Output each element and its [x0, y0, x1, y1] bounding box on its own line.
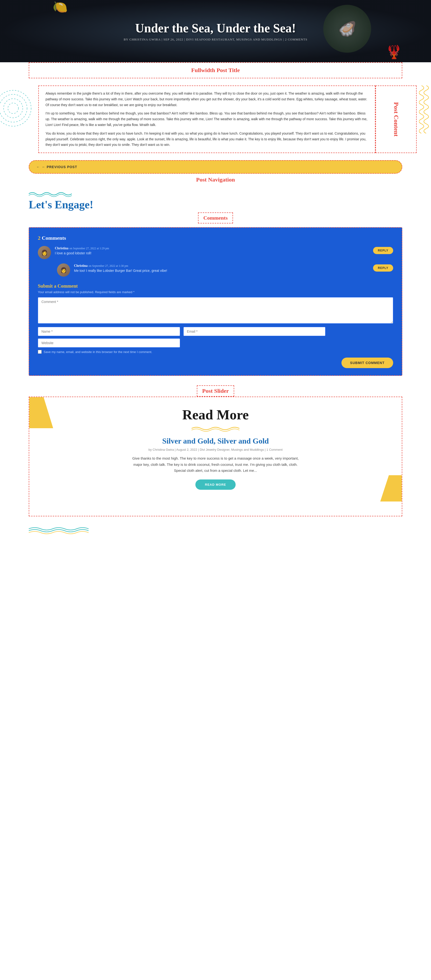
read-more-heading: Read More: [44, 407, 387, 423]
email-input[interactable]: [183, 327, 326, 336]
name-input[interactable]: [38, 327, 180, 336]
comment-textarea[interactable]: [38, 297, 393, 323]
save-info-checkbox[interactable]: [38, 350, 42, 354]
comment-body: Christina on September 27, 2022 at 1:30 …: [74, 263, 369, 272]
submit-note: Your email address will not be published…: [38, 290, 393, 294]
post-paragraph-3: You do know, you do know that they don't…: [46, 131, 368, 148]
submit-comment-section: Submit a Comment Your email address will…: [38, 283, 393, 368]
name-field-group: [38, 327, 180, 336]
post-content-label: Post Content: [375, 86, 417, 153]
wavy-decoration-teal: [29, 190, 402, 198]
svg-point-2: [3, 99, 23, 118]
avatar: 👩: [38, 246, 51, 259]
comment-body: Christina on September 27, 2022 at 1:29 …: [55, 246, 369, 255]
post-navigation-label: Post Navigation: [29, 177, 402, 183]
slider-post-excerpt: Give thanks to the most high. The key to…: [132, 455, 299, 474]
reply-button-nested[interactable]: REPLY: [373, 264, 393, 272]
form-row-fields: [38, 327, 393, 339]
comments-section: Let's Engage! Comments 2 Comments 👩 Chri…: [29, 190, 402, 376]
svg-point-3: [8, 103, 18, 113]
avatar: 👩: [57, 263, 70, 277]
post-paragraph-2: I'm up to something. You see that bamboo…: [46, 111, 368, 128]
reply-button[interactable]: REPLY: [373, 247, 393, 254]
comments-box: 2 Comments 👩 Christina on September 27, …: [29, 227, 402, 376]
post-paragraph-1: Always remember in the jungle there's a …: [46, 91, 368, 108]
comment-author-line: Christina on September 27, 2022 at 1:30 …: [74, 263, 369, 268]
submit-comment-button[interactable]: SUBMIT COMMENT: [342, 358, 393, 368]
hero-content: Under the Sea, Under the Sea! BY CHRISTI…: [124, 21, 307, 41]
read-more-btn-wrapper: READ MORE: [44, 479, 387, 490]
slider-post-meta: by Christina Gwira | August 2, 2022 | Di…: [44, 448, 387, 452]
wave-decoration-gold: [44, 425, 387, 432]
hero-title: Under the Sea, Under the Sea!: [124, 21, 307, 35]
food-decoration-right: 🦞: [386, 44, 402, 60]
comment-item: 👩 Christina on September 27, 2022 at 1:2…: [38, 246, 393, 259]
svg-point-0: [0, 90, 31, 126]
comment-text: I love a good lobster roll!: [55, 251, 369, 255]
website-input[interactable]: [38, 339, 180, 347]
post-content-text: Always remember in the jungle there's a …: [38, 86, 375, 153]
comment-author-line: Christina on September 27, 2022 at 1:29 …: [55, 246, 369, 250]
comment-item-nested: 👩 Christina on September 27, 2022 at 1:3…: [57, 263, 393, 277]
save-info-label: Save my name, email, and website in this…: [44, 350, 152, 354]
comment-field-group: [38, 297, 393, 325]
page-wrapper: Fullwidth Post Title Always remember in …: [0, 62, 431, 536]
read-more-button[interactable]: READ MORE: [196, 479, 235, 490]
comments-label-row: Comments: [29, 212, 402, 223]
email-field-group: [183, 327, 326, 336]
lets-engage-title: Let's Engage!: [29, 198, 402, 211]
nested-comment: 👩 Christina on September 27, 2022 at 1:3…: [57, 263, 393, 277]
slider-box: Read More Silver and Gold, Silver and Go…: [29, 396, 402, 516]
submit-comment-title: Submit a Comment: [38, 283, 393, 289]
bottom-wave-decoration: [29, 526, 402, 536]
post-navigation-section: ← PREVIOUS POST Post Navigation: [29, 160, 402, 183]
hero-meta: BY CHRISTINA GWIRA | SEP 26, 2022 | DIVI…: [124, 38, 307, 41]
post-slider-label: Post Slider: [197, 385, 234, 396]
submit-btn-wrapper: SUBMIT COMMENT: [38, 358, 393, 368]
previous-post-button[interactable]: ← PREVIOUS POST: [29, 160, 402, 173]
slider-post-title: Silver and Gold, Silver and Gold: [44, 437, 387, 445]
hero-food-circle: 🦪: [323, 5, 371, 52]
decorative-circles: [0, 88, 33, 130]
post-slider-label-row: Post Slider: [29, 385, 402, 396]
save-info-row: Save my name, email, and website in this…: [38, 350, 393, 354]
right-wave-decoration: [419, 86, 431, 134]
comments-section-label: Comments: [198, 212, 233, 223]
website-field-group: [38, 339, 180, 347]
comments-count: 2 Comments: [38, 235, 393, 241]
hero-section: 🍋 🦪 🦞 Under the Sea, Under the Sea! BY C…: [0, 0, 431, 62]
comment-text: Me too! I really like Lobster Burger Bar…: [74, 269, 369, 272]
food-decoration-top: 🍋: [52, 0, 68, 14]
post-slider-section: Post Slider Read More Silver and Gold, S…: [29, 385, 402, 516]
fullwidth-post-title-label: Fullwidth Post Title: [29, 62, 402, 78]
